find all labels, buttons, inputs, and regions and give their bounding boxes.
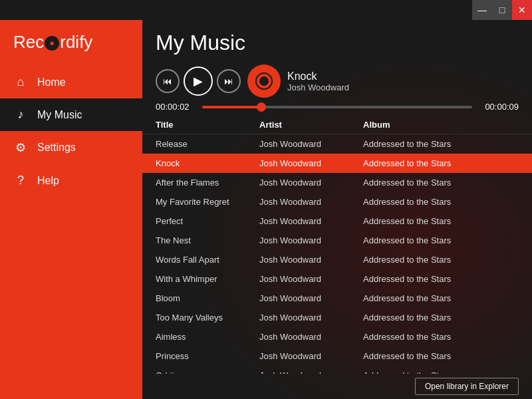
music-icon: ♪ bbox=[13, 108, 28, 122]
minimize-button[interactable]: — bbox=[472, 0, 492, 20]
list-item[interactable]: Bloom Josh Woodward Addressed to the Sta… bbox=[142, 289, 532, 308]
track-row-artist: Josh Woodward bbox=[259, 197, 363, 207]
sidebar-item-settings[interactable]: ⚙ Settings bbox=[0, 131, 142, 164]
list-item[interactable]: Words Fall Apart Josh Woodward Addressed… bbox=[142, 250, 532, 269]
track-row-album: Addressed to the Stars bbox=[363, 255, 519, 265]
list-item[interactable]: After the Flames Josh Woodward Addressed… bbox=[142, 173, 532, 192]
svg-point-1 bbox=[261, 78, 267, 84]
maximize-button[interactable]: □ bbox=[492, 0, 512, 20]
track-row-artist: Josh Woodward bbox=[259, 351, 363, 361]
list-item[interactable]: Too Many Valleys Josh Woodward Addressed… bbox=[142, 308, 532, 327]
list-item[interactable]: My Favorite Regret Josh Woodward Address… bbox=[142, 192, 532, 211]
sidebar-item-help[interactable]: ? Help bbox=[0, 164, 142, 197]
track-row-title: Knock bbox=[156, 158, 259, 168]
track-artist: Josh Woodward bbox=[287, 82, 349, 92]
list-item[interactable]: The Nest Josh Woodward Addressed to the … bbox=[142, 231, 532, 250]
sidebar-item-label: Help bbox=[37, 175, 59, 187]
track-row-artist: Josh Woodward bbox=[259, 332, 363, 342]
sidebar: Rec●rdify ⌂ Home ♪ My Music ⚙ Settings ?… bbox=[0, 20, 142, 399]
track-row-artist: Josh Woodward bbox=[259, 255, 363, 265]
list-item[interactable]: Princess Josh Woodward Addressed to the … bbox=[142, 346, 532, 366]
track-row-album: Addressed to the Stars bbox=[363, 139, 519, 149]
logo-icon: ● bbox=[45, 36, 59, 51]
open-library-button[interactable]: Open library in Explorer bbox=[415, 378, 519, 395]
track-row-artist: Josh Woodward bbox=[259, 139, 363, 149]
track-row-title: My Favorite Regret bbox=[156, 197, 259, 207]
list-header: Title Artist Album bbox=[142, 116, 532, 134]
sidebar-item-home[interactable]: ⌂ Home bbox=[0, 66, 142, 98]
sidebar-item-label: Settings bbox=[37, 142, 76, 154]
track-row-title: Perfect bbox=[156, 216, 259, 226]
track-row-artist: Josh Woodward bbox=[259, 293, 363, 303]
page-title: My Music bbox=[142, 20, 532, 61]
app-body: Rec●rdify ⌂ Home ♪ My Music ⚙ Settings ?… bbox=[0, 20, 532, 399]
track-row-album: Addressed to the Stars bbox=[363, 293, 519, 303]
progress-track[interactable] bbox=[202, 106, 472, 108]
sidebar-item-label: Home bbox=[37, 76, 66, 88]
col-artist: Artist bbox=[259, 120, 363, 130]
track-row-title: After the Flames bbox=[156, 178, 259, 188]
track-row-album: Addressed to the Stars bbox=[363, 274, 519, 284]
sidebar-item-mymusic[interactable]: ♪ My Music bbox=[0, 98, 142, 131]
track-row-artist: Josh Woodward bbox=[259, 274, 363, 284]
track-row-title: Aimless bbox=[156, 332, 259, 342]
progress-area: 00:00:02 00:00:09 bbox=[142, 100, 532, 116]
app-logo: Rec●rdify bbox=[0, 20, 142, 66]
previous-button[interactable]: ⏮ bbox=[156, 69, 180, 93]
album-art bbox=[247, 65, 281, 98]
sidebar-item-label: My Music bbox=[37, 109, 82, 121]
track-row-artist: Josh Woodward bbox=[259, 313, 363, 323]
track-row-title: Words Fall Apart bbox=[156, 255, 259, 265]
track-row-album: Addressed to the Stars bbox=[363, 313, 519, 323]
main-content: My Music ⏮ ▶ ⏭ Knock Josh Woodward 00:00… bbox=[142, 20, 532, 399]
track-row-album: Addressed to the Stars bbox=[363, 235, 519, 245]
disc-icon bbox=[255, 72, 273, 90]
list-item[interactable]: Knock Josh Woodward Addressed to the Sta… bbox=[142, 154, 532, 173]
track-row-album: Addressed to the Stars bbox=[363, 332, 519, 342]
list-item[interactable]: Aimless Josh Woodward Addressed to the S… bbox=[142, 327, 532, 346]
close-button[interactable]: ✕ bbox=[512, 0, 532, 20]
track-title: Knock bbox=[287, 70, 349, 82]
track-row-album: Addressed to the Stars bbox=[363, 197, 519, 207]
track-row-title: Princess bbox=[156, 351, 259, 361]
list-item[interactable]: Orbit Josh Woodward Addressed to the Sta… bbox=[142, 366, 532, 374]
track-row-title: Too Many Valleys bbox=[156, 313, 259, 323]
track-row-artist: Josh Woodward bbox=[259, 235, 363, 245]
next-button[interactable]: ⏭ bbox=[217, 69, 241, 93]
track-list: Title Artist Album Release Josh Woodward… bbox=[142, 116, 532, 374]
player-area: ⏮ ▶ ⏭ Knock Josh Woodward bbox=[142, 61, 532, 100]
help-icon: ? bbox=[13, 174, 28, 188]
track-row-title: Bloom bbox=[156, 293, 259, 303]
time-current: 00:00:02 bbox=[156, 102, 196, 112]
track-row-artist: Josh Woodward bbox=[259, 178, 363, 188]
gear-icon: ⚙ bbox=[13, 140, 28, 155]
track-rows-container: Release Josh Woodward Addressed to the S… bbox=[142, 134, 532, 374]
list-item[interactable]: Perfect Josh Woodward Addressed to the S… bbox=[142, 211, 532, 231]
list-item[interactable]: With a Whimper Josh Woodward Addressed t… bbox=[142, 269, 532, 289]
col-album: Album bbox=[363, 120, 519, 130]
progress-fill bbox=[202, 106, 261, 108]
list-item[interactable]: Release Josh Woodward Addressed to the S… bbox=[142, 134, 532, 154]
track-row-album: Addressed to the Stars bbox=[363, 216, 519, 226]
track-row-artist: Josh Woodward bbox=[259, 158, 363, 168]
time-total: 00:00:09 bbox=[479, 102, 519, 112]
track-row-title: The Nest bbox=[156, 235, 259, 245]
track-row-title: Release bbox=[156, 139, 259, 149]
track-row-artist: Josh Woodward bbox=[259, 216, 363, 226]
player-controls: ⏮ ▶ ⏭ bbox=[156, 66, 241, 96]
track-row-title: With a Whimper bbox=[156, 274, 259, 284]
svg-point-0 bbox=[256, 73, 272, 89]
play-button[interactable]: ▶ bbox=[184, 66, 213, 96]
footer-bar: Open library in Explorer bbox=[142, 374, 532, 399]
track-row-album: Addressed to the Stars bbox=[363, 351, 519, 361]
track-row-album: Addressed to the Stars bbox=[363, 158, 519, 168]
title-bar: — □ ✕ bbox=[0, 0, 532, 20]
home-icon: ⌂ bbox=[13, 75, 28, 89]
track-row-album: Addressed to the Stars bbox=[363, 178, 519, 188]
col-title: Title bbox=[156, 120, 259, 130]
progress-thumb bbox=[257, 102, 266, 112]
track-info: Knock Josh Woodward bbox=[287, 70, 349, 92]
